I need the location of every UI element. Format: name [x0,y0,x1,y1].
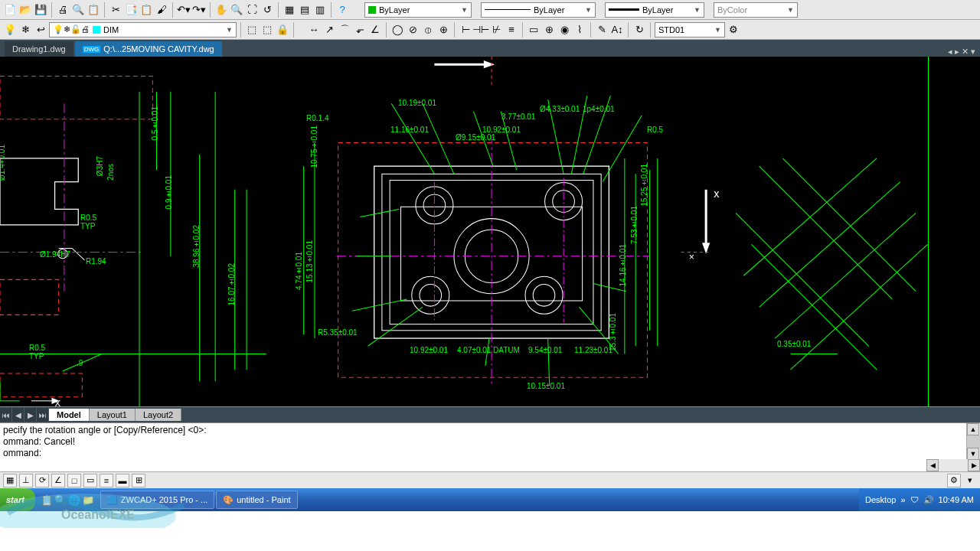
file-tab-2[interactable]: DWGQ:\...25MOVING CAVITY.dwg [75,41,222,57]
dim-ordinate-icon[interactable]: ⬐ [353,23,367,37]
copy-icon[interactable]: 📑 [124,3,138,17]
otrack-toggle[interactable]: ▭ [83,474,97,487]
svg-line-75 [782,158,916,292]
grid-toggle[interactable]: ⊥ [19,474,33,487]
zoomwin-icon[interactable]: ⛶ [245,3,259,17]
drawing-canvas[interactable]: x × X 0.5±0.01 0.9±0.01 38.96±0.02 16.07… [0,57,980,407]
dim-aligned-icon[interactable]: ↗ [322,23,336,37]
redo-icon[interactable]: ↷▾ [192,3,206,17]
layout2-tab[interactable]: Layout2 [136,409,181,421]
layer-dropdown[interactable]: 💡❄🔓🖨DIM▼ [49,22,237,37]
plotcolor-dropdown[interactable]: ByColor▼ [714,2,798,18]
color-dropdown[interactable]: ByLayer▼ [364,2,472,18]
tab-prev[interactable]: ◀ [12,408,24,422]
undo-icon[interactable]: ↶▾ [177,3,191,17]
quicklaunch-icon[interactable]: 🌐 [67,493,81,507]
tab-next[interactable]: ▶ [24,408,37,422]
model-toggle[interactable]: ⊞ [132,474,145,487]
freeze-icon[interactable]: ❄ [18,23,32,37]
statusbar-menu[interactable]: ▾ [963,474,977,487]
svg-line-49 [423,103,454,174]
settings-icon[interactable]: ⚙ [947,474,961,487]
zoomprev-icon[interactable]: ↺ [260,3,274,17]
zoom-icon[interactable]: 🔍 [230,3,243,17]
layeroff-icon[interactable]: ⬚ [260,23,274,37]
dimtedit-icon[interactable]: A↕ [610,23,624,37]
dim-radius-icon[interactable]: ◯ [390,23,404,37]
tray-chevron-icon[interactable]: » [900,495,905,504]
pan-icon[interactable]: ✋ [214,3,228,17]
dim-angular-icon[interactable]: ∠ [368,23,382,37]
dim-baseline-icon[interactable]: ⊢ [459,23,472,37]
tab-controls[interactable]: ◂ ▸ ✕ ▾ [948,47,980,57]
paste-icon[interactable]: 📋 [139,3,153,17]
start-button[interactable]: start [0,488,35,511]
svg-line-23 [63,354,102,370]
save-icon[interactable]: 💾 [34,3,47,17]
layerlock-icon[interactable]: 🔒 [276,23,289,37]
dim-space-icon[interactable]: ≡ [505,23,518,37]
preview-icon[interactable]: 🔍 [71,3,85,17]
layout1-tab[interactable]: Layout1 [90,409,136,421]
layers-dim-toolbar: 💡 ❄ ↩ 💡❄🔓🖨DIM▼ ⬚ ⬚ 🔒 ↔ ↗ ⌒ ⬐ ∠ ◯ ⊘ ⦶ ⊕ ⊢… [0,20,980,40]
lineweight-dropdown[interactable]: ByLayer▼ [605,2,704,18]
quicklaunch-icon[interactable]: 📋 [40,493,54,507]
dimstyle-dropdown[interactable]: STD01▼ [655,22,725,37]
tray-volume-icon[interactable]: 🔊 [923,495,934,505]
dyn-toggle[interactable]: ≡ [100,474,113,487]
taskbar-app-paint[interactable]: 🎨 untitled - Paint [216,491,297,509]
osnap-toggle[interactable]: □ [67,474,81,487]
svg-line-61 [593,283,626,291]
svg-text:×: × [689,252,694,262]
publish-icon[interactable]: 📋 [87,3,100,17]
dim-break-icon[interactable]: ⊬ [489,23,503,37]
desktop-label[interactable]: Desktop [865,495,896,504]
document-tabs: Drawing1.dwg DWGQ:\...25MOVING CAVITY.dw… [0,40,980,57]
sheet-icon[interactable]: ▥ [313,3,327,17]
new-icon[interactable]: 📄 [3,3,17,17]
linetype-dropdown[interactable]: ByLayer▼ [481,2,596,18]
tray-shield-icon[interactable]: 🛡 [910,495,919,504]
dim-continue-icon[interactable]: ⊣⊢ [474,23,488,37]
quicklaunch-icon[interactable]: 📁 [81,493,95,507]
open-icon[interactable]: 📂 [18,3,32,17]
cut-icon[interactable]: ✂ [109,3,122,17]
tab-first[interactable]: ⏮ [0,408,12,422]
dim-linear-icon[interactable]: ↔ [307,23,321,37]
system-tray[interactable]: Desktop » 🛡 🔊 10:49 AM [859,488,980,511]
print-icon[interactable]: 🖨 [56,3,70,17]
dim-jogged-icon[interactable]: ⦶ [421,23,435,37]
table-icon[interactable]: ▦ [283,3,296,17]
ortho-toggle[interactable]: ⟳ [35,474,49,487]
model-tab[interactable]: Model [49,409,90,421]
file-tab-1[interactable]: Drawing1.dwg [5,41,74,57]
help-icon[interactable]: ? [335,3,349,17]
tolerance-icon[interactable]: ▭ [527,23,541,37]
clock[interactable]: 10:49 AM [939,495,974,504]
tab-last[interactable]: ⏭ [37,408,49,422]
lwt-toggle[interactable]: ▬ [116,474,129,487]
centermark-icon[interactable]: ⊕ [542,23,556,37]
svg-point-38 [412,276,449,314]
matchprop-icon[interactable]: 🖌 [155,3,168,17]
taskbar-app-zwcad[interactable]: 🟦 ZWCAD+ 2015 Pro - ... [100,491,214,509]
dimupdate-icon[interactable]: ↻ [632,23,646,37]
cmd-scroll-h[interactable]: ◀▶ [926,459,980,471]
dimedit-icon[interactable]: ✎ [595,23,609,37]
quicklaunch-icon[interactable]: 🔍 [54,493,67,507]
props-icon[interactable]: ▤ [298,3,312,17]
layeriso-icon[interactable]: ⬚ [245,23,259,37]
inspect-icon[interactable]: ◉ [557,23,571,37]
dim-diameter-icon[interactable]: ⊘ [406,23,420,37]
polar-toggle[interactable]: ∠ [51,474,65,487]
dimstyle-icon[interactable]: ⚙ [727,23,740,37]
snap-toggle[interactable]: ▦ [3,474,17,487]
command-window[interactable]: pecify the rotation angle or [Copy/Refer… [0,422,980,471]
joglinear-icon[interactable]: ⌇ [573,23,586,37]
command-prompt[interactable]: ommand: [3,448,977,459]
layerprev-icon[interactable]: ↩ [34,23,47,37]
dim-center-icon[interactable]: ⊕ [436,23,450,37]
cmd-scroll-v[interactable]: ▲▼ [966,423,980,460]
dim-arc-icon[interactable]: ⌒ [338,23,351,37]
layer-icon[interactable]: 💡 [3,23,17,37]
